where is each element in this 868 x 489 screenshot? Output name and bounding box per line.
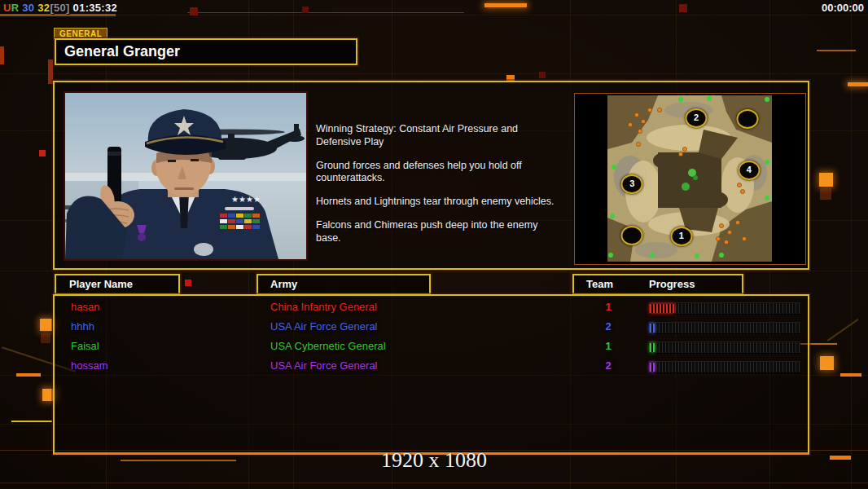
- decor-line: [0, 14, 116, 16]
- strategy-text: Winning Strategy: Constant Air Pressure …: [316, 123, 564, 255]
- grid-line: [0, 15, 868, 15]
- ribbon-rack: [220, 214, 260, 229]
- decor-square: [820, 356, 834, 370]
- player-team: 2: [592, 356, 625, 376]
- player-army: USA Air Force General: [270, 356, 378, 376]
- player-name-header-box: Player Name: [55, 274, 180, 295]
- decor-square: [679, 4, 687, 12]
- decor-square: [185, 280, 191, 286]
- match-clock: 00:00:00: [822, 2, 864, 14]
- table-row: hhhh USA Air Force General 2: [55, 317, 808, 337]
- decor-square: [190, 7, 198, 15]
- player-name: hasan: [71, 297, 99, 317]
- player-name: hhhh: [71, 317, 94, 337]
- decor-square: [40, 319, 52, 331]
- decor-square: [539, 72, 546, 78]
- map-position-marker: [736, 109, 758, 129]
- minimap-panel: 2431: [574, 93, 806, 265]
- decor-line: [187, 12, 464, 13]
- decor-segment: [484, 3, 527, 7]
- progress-bar: [649, 341, 800, 354]
- army-header-box: Army: [256, 274, 431, 295]
- decor-square: [820, 188, 831, 200]
- player-team: 2: [592, 317, 625, 337]
- general-info-panel: ★★★★: [53, 81, 809, 270]
- decor-square: [819, 173, 833, 187]
- army-header: Army: [270, 275, 297, 293]
- status-segment: 01:35:32: [70, 2, 117, 14]
- strategy-line: Hornets and Lightnings tear through enem…: [316, 196, 564, 209]
- player-team: 1: [592, 337, 625, 356]
- decor-square: [302, 7, 309, 13]
- loading-screen: UR 30 32[50] 01:35:32 00:00:00 GENERAL G…: [0, 0, 868, 489]
- grid-line: [0, 482, 868, 483]
- progress-bar: [649, 302, 800, 315]
- progress-bar-fill: [650, 324, 655, 333]
- progress-bar: [649, 361, 800, 373]
- map-position-marker: 3: [621, 174, 643, 194]
- map-position-marker: [621, 226, 643, 245]
- decor-square: [39, 150, 46, 156]
- status-segment: U: [3, 2, 11, 14]
- minimap: 2431: [607, 95, 772, 262]
- grid-line: [0, 271, 868, 271]
- general-tab: GENERAL: [54, 28, 107, 39]
- strategy-line: Winning Strategy: Constant Air Pressure …: [316, 123, 564, 149]
- progress-bar-fill: [650, 304, 674, 313]
- strategy-line: Falcons and Chimeras push deep into the …: [316, 219, 564, 245]
- progress-bar-fill: [650, 343, 655, 352]
- team-header: Team: [586, 275, 613, 293]
- progress-bar: [649, 322, 800, 334]
- general-portrait-image: ★★★★: [65, 93, 306, 259]
- decor-line: [817, 50, 856, 51]
- player-name-header: Player Name: [69, 275, 133, 293]
- resolution-text: 1920 x 1080: [0, 448, 868, 473]
- progress-header: Progress: [649, 275, 695, 293]
- decor-line: [840, 373, 861, 377]
- player-table: hasan China Infantry General 1 hhhh USA …: [53, 294, 809, 455]
- grid-line: [0, 73, 868, 74]
- status-readout: UR 30 32[50] 01:35:32: [3, 2, 117, 14]
- general-name: General Granger: [56, 40, 356, 63]
- player-name: Faisal: [71, 337, 99, 356]
- general-portrait: ★★★★: [64, 91, 308, 261]
- svg-text:★★★★: ★★★★: [231, 195, 261, 204]
- map-position-marker: 4: [738, 161, 760, 180]
- status-segment: 30: [19, 2, 34, 14]
- decor-square: [41, 333, 50, 343]
- player-army: China Infantry General: [270, 297, 377, 317]
- decor-line: [827, 319, 859, 341]
- progress-bar-fill: [650, 363, 655, 372]
- table-row: hasan China Infantry General 1: [55, 297, 808, 317]
- decor-line: [11, 421, 52, 422]
- general-name-box: General Granger: [55, 38, 357, 65]
- map-position-marker: 1: [670, 227, 692, 246]
- player-army: USA Cybernetic General: [270, 337, 386, 356]
- player-team: 1: [592, 297, 625, 317]
- map-position-marker: 2: [686, 108, 708, 128]
- status-segment: 32: [34, 2, 50, 14]
- status-segment: R: [11, 2, 20, 14]
- player-name: hossam: [71, 356, 108, 376]
- decor-bar: [0, 46, 4, 64]
- decor-line: [16, 373, 41, 377]
- decor-segment: [848, 82, 868, 86]
- player-army: USA Air Force General: [270, 317, 378, 337]
- status-segment: [50]: [50, 2, 69, 14]
- strategy-line: Ground forces and defenses help you hold…: [316, 160, 564, 186]
- team-progress-header-box: Team Progress: [572, 274, 743, 295]
- table-row: hossam USA Air Force General 2: [55, 356, 808, 376]
- table-row: Faisal USA Cybernetic General 1: [55, 337, 808, 356]
